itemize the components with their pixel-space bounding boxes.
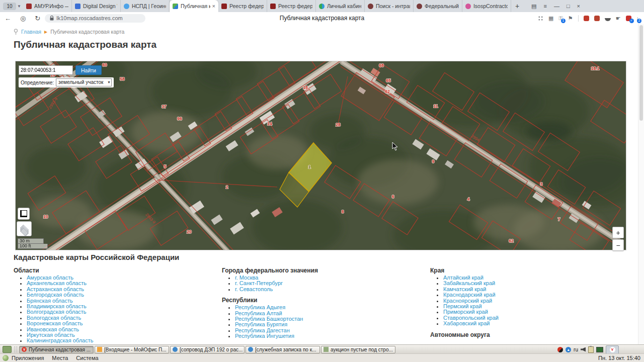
parcel-number-label: 60 [102, 62, 107, 67]
region-link[interactable]: Камчатский край [443, 286, 486, 292]
extension-icon-2[interactable] [594, 16, 600, 21]
region-link[interactable]: Белгородская область [27, 292, 84, 298]
extension-icon-1[interactable] [584, 16, 589, 21]
region-link[interactable]: Ивановская область [27, 326, 79, 332]
yandex-tray-button[interactable]: Y [606, 345, 619, 354]
region-link[interactable]: Забайкальский край [443, 280, 495, 286]
region-link[interactable]: Красноярский край [443, 298, 492, 304]
region-link[interactable]: Иркутская область [27, 332, 75, 338]
menu-system[interactable]: Система [76, 355, 98, 361]
taskbar-window-button[interactable]: [Входящие - МойОфис П... [95, 346, 169, 353]
bookmark-flag-icon[interactable]: ⚑ [568, 16, 573, 21]
region-link[interactable]: Республика Башкортостан [235, 316, 303, 322]
region-link[interactable]: Республика Дагестан [235, 327, 290, 333]
browser-tab[interactable]: Digital Design We [72, 0, 121, 12]
breadcrumb-home-link[interactable]: Главная [21, 29, 41, 35]
region-link[interactable]: Республика Алтай [235, 310, 282, 316]
new-tab-button[interactable]: + [515, 2, 519, 10]
browser-tab[interactable]: Реестр федераль [267, 0, 316, 12]
volume-icon[interactable] [581, 347, 586, 352]
region-link[interactable]: Архангельская область [27, 280, 87, 286]
browser-tab[interactable]: Личный кабинет [316, 0, 365, 12]
address-bar[interactable]: lk10map.roscadastres.com [45, 14, 145, 23]
zoom-out-button[interactable]: − [612, 239, 624, 251]
window-minimize-button[interactable]: — [554, 4, 559, 9]
window-close-button[interactable]: × [577, 4, 580, 9]
region-link[interactable]: Вологодская область [27, 315, 81, 321]
region-link[interactable]: Республика Ингушетия [235, 333, 294, 339]
parcel-search-input[interactable] [19, 65, 73, 75]
bowl-extension-icon[interactable] [605, 18, 611, 21]
taskbar-window-button[interactable]: [служебная записка по к... [246, 346, 320, 353]
network-monitor-tray-icon[interactable] [596, 347, 603, 352]
region-link[interactable]: Волгоградская область [27, 309, 87, 315]
region-link[interactable]: Алтайский край [443, 275, 484, 281]
region-link[interactable]: Астраханская область [27, 286, 84, 292]
region-link[interactable]: Республика Бурятия [235, 321, 287, 327]
region-link[interactable]: Брянская область [27, 298, 73, 304]
browser-menu-icon[interactable]: ≡ [544, 4, 547, 9]
parcel-number-label: 62 [509, 238, 514, 243]
region-link[interactable]: Воронежская область [27, 320, 83, 326]
browser-tab[interactable]: АМУР.Инфо — св [23, 0, 72, 12]
region-link[interactable]: г. Санкт-Петербург [235, 280, 283, 286]
region-link[interactable]: Хабаровский край [443, 320, 490, 326]
downloads-icon[interactable]: ↓2 [636, 16, 639, 21]
region-link[interactable]: Пермский край [443, 303, 482, 309]
browser-tab[interactable]: Поиск - интранет [365, 0, 414, 12]
browser-tab[interactable]: Публичная кад× [170, 0, 218, 12]
file-manager-launcher-icon[interactable] [3, 346, 12, 353]
map-scale-bar: 30 m 100 ft [18, 238, 48, 249]
region-link[interactable]: Приморский край [443, 309, 488, 315]
gosuslugi-tray-icon[interactable]: ▲ [566, 347, 571, 352]
browser-tab[interactable]: НСПД | Геоинфор [121, 0, 170, 12]
page-scrollbar[interactable] [638, 24, 644, 345]
back-button[interactable]: ← [5, 15, 11, 22]
cadastral-map[interactable]: 2993-92993-92994 19260583796141828686562… [15, 61, 626, 250]
menu-places[interactable]: Места [52, 355, 68, 361]
region-link[interactable]: Владимирская область [27, 303, 87, 309]
region-link[interactable]: г. Москва [235, 275, 258, 281]
tab-counter[interactable]: 10 [3, 3, 16, 10]
satellite-map-image: 2993-92993-92994 19260583796141828686562… [16, 61, 626, 250]
zoom-in-button[interactable]: + [612, 227, 624, 238]
reload-button[interactable]: ↻ [35, 15, 40, 22]
taskbar-window-button[interactable]: [сопровод ДЭП 192 о рас... [170, 346, 245, 353]
extensions-icon[interactable] [538, 16, 543, 21]
layers-button[interactable] [17, 221, 32, 236]
browser-tab[interactable]: Федеральный за [414, 0, 462, 12]
download-badge: 2 [637, 19, 641, 23]
tab-close-icon[interactable]: × [212, 3, 215, 9]
region-link[interactable]: г. Севастополь [235, 286, 273, 292]
adblock-icon[interactable]: ✓ [626, 16, 631, 21]
scrollbar-thumb[interactable] [639, 25, 643, 121]
window-maximize-button[interactable]: □ [567, 4, 570, 9]
region-link[interactable]: Ставропольский край [443, 315, 499, 321]
region-link[interactable]: Краснодарский край [443, 292, 496, 298]
hand-pointer-icon[interactable]: ☛ [616, 16, 621, 21]
keyboard-layout-indicator[interactable]: ru [574, 347, 578, 352]
search-button[interactable]: Найти [75, 65, 102, 75]
taskbar-window-button[interactable]: YПубличная кадастровая ... [19, 346, 94, 353]
disk-usage-tray-icon[interactable] [557, 347, 563, 352]
clipboard-tray-icon[interactable] [588, 346, 594, 353]
browser-tab[interactable]: IsospContractorUi [462, 0, 511, 12]
menu-applications[interactable]: Приложения [12, 355, 44, 361]
browser-tab[interactable]: Реестр федераль [218, 0, 267, 12]
tab-favicon-icon [417, 4, 422, 9]
extent-icon [20, 210, 27, 217]
sidebar-panel-icon[interactable]: ▤ [531, 4, 536, 9]
window-icon [324, 347, 329, 352]
extent-tool-button[interactable] [18, 208, 30, 220]
tab-counter-chevron-icon[interactable]: ▼ [17, 4, 21, 9]
object-type-select[interactable]: земельный участок ▾ [56, 78, 112, 86]
taskbar-window-button[interactable]: аукцион пустые под стро... [321, 346, 395, 353]
breadcrumb-current: Публичная кадастровая карта [50, 29, 124, 35]
region-link[interactable]: Республика Адыгея [235, 304, 285, 310]
password-lock-icon[interactable]: ⚿1 [558, 16, 562, 21]
distro-menu-icon[interactable] [3, 355, 9, 361]
region-link[interactable]: Калининградская область [27, 337, 93, 343]
collections-icon[interactable]: ▦ [548, 16, 553, 21]
site-mode-icon[interactable]: ◎ [20, 15, 26, 22]
region-link[interactable]: Амурская область [27, 275, 73, 281]
